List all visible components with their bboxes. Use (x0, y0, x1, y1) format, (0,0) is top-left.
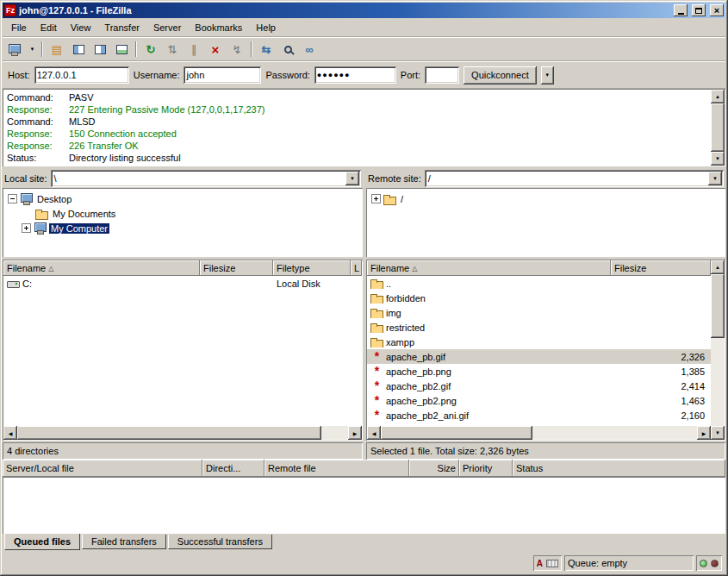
remote-vertical-scrollbar[interactable]: ▲ ▼ (711, 260, 725, 440)
quickconnect-button[interactable]: Quickconnect (464, 66, 537, 85)
indicator-panel: A (533, 555, 562, 571)
close-button[interactable]: × (710, 4, 724, 16)
file-row[interactable]: forbidden (367, 291, 711, 305)
menu-server[interactable]: Server (146, 19, 188, 36)
pause-button[interactable]: ∥ (184, 40, 204, 59)
tab-failed-transfers[interactable]: Failed transfers (82, 535, 166, 549)
scroll-down-button[interactable]: ▼ (711, 152, 725, 166)
directory-filter-button[interactable] (277, 40, 298, 59)
scroll-left-button[interactable]: ◀ (367, 426, 381, 440)
site-manager-dropdown-button[interactable]: ▼ (27, 40, 38, 59)
scroll-thumb[interactable] (711, 274, 725, 338)
sort-ascending-icon: △ (412, 265, 417, 272)
menubar: File Edit View Transfer Server Bookmarks… (3, 18, 725, 37)
column-header-filename[interactable]: Filename△ (3, 260, 200, 276)
file-row-selected[interactable]: *apache_pb.gif2,326 (367, 349, 711, 364)
column-header-status[interactable]: Status (513, 460, 725, 477)
minimize-button[interactable] (674, 4, 688, 16)
column-header-filesize[interactable]: Filesize (200, 260, 273, 276)
remote-tree: / (366, 188, 725, 257)
column-header-remote-file[interactable]: Remote file (264, 460, 409, 477)
toolbar-separator (41, 41, 43, 57)
file-row[interactable]: *apache_pb2_ani.gif2,160 (367, 408, 711, 423)
column-header-priority[interactable]: Priority (459, 460, 513, 477)
log-line: Response:226 Transfer OK (7, 140, 711, 152)
file-row[interactable]: *apache_pb2.png1,463 (367, 393, 711, 408)
binoculars-icon: ∞ (305, 43, 313, 56)
tree-item-my-documents[interactable]: My Documents (4, 206, 363, 221)
quickconnect-dropdown-button[interactable]: ▼ (541, 66, 554, 85)
scroll-right-button[interactable]: ▶ (697, 426, 711, 440)
file-row[interactable]: img (367, 305, 711, 320)
file-row-c-drive[interactable]: C: Local Disk (3, 276, 362, 291)
find-files-button[interactable]: ∞ (299, 40, 320, 59)
scroll-up-button[interactable]: ▲ (711, 260, 725, 274)
file-row[interactable]: restricted (367, 320, 711, 335)
username-label: Username: (134, 70, 180, 80)
file-row[interactable]: xampp (367, 335, 711, 349)
menu-file[interactable]: File (4, 19, 34, 36)
scroll-right-button[interactable]: ▶ (348, 426, 362, 440)
scroll-thumb[interactable] (17, 426, 321, 440)
port-input[interactable] (425, 66, 459, 84)
file-row[interactable]: *apache_pb2.gif2,414 (367, 379, 711, 393)
menu-transfer[interactable]: Transfer (97, 19, 146, 36)
process-queue-button[interactable]: ⇅ (162, 40, 183, 59)
menu-edit[interactable]: Edit (34, 19, 64, 36)
menu-bookmarks[interactable]: Bookmarks (188, 19, 249, 36)
tree-item-root[interactable]: / (368, 191, 725, 206)
scroll-up-button[interactable]: ▲ (711, 90, 725, 103)
host-input[interactable] (34, 66, 129, 84)
cancel-button[interactable]: × (205, 40, 226, 59)
file-row[interactable]: .. (367, 276, 711, 291)
column-header-server-local-file[interactable]: Server/Local file (3, 460, 202, 477)
disconnect-button[interactable]: ↯ (227, 40, 247, 59)
log-scrollbar[interactable]: ▲ ▼ (711, 90, 725, 166)
local-horizontal-scrollbar[interactable]: ◀ ▶ (3, 426, 362, 440)
column-header-filename[interactable]: Filename△ (367, 260, 611, 276)
scroll-down-button[interactable]: ▼ (711, 426, 725, 440)
expand-icon[interactable] (371, 194, 381, 203)
compare-directories-button[interactable]: ⇆ (256, 40, 277, 59)
combo-dropdown-button[interactable]: ▼ (708, 172, 722, 185)
scroll-thumb[interactable] (711, 103, 725, 152)
toggle-local-tree-button[interactable] (68, 40, 89, 59)
close-icon: × (714, 6, 719, 16)
column-header-direction[interactable]: Directi... (202, 460, 264, 477)
tree-item-my-computer[interactable]: My Computer (4, 221, 363, 235)
expand-icon[interactable] (22, 223, 31, 233)
toggle-remote-tree-button[interactable] (90, 40, 110, 59)
led-panel (696, 555, 722, 571)
combo-dropdown-button[interactable]: ▼ (345, 172, 359, 185)
column-header-size[interactable]: Size (409, 460, 459, 477)
scroll-left-button[interactable]: ◀ (3, 426, 17, 440)
column-header-filetype[interactable]: Filetype (273, 260, 351, 276)
toggle-queue-button[interactable] (111, 40, 132, 59)
toolbar: ▼ ▤ ↻ ⇅ ∥ × ↯ ⇆ ∞ (3, 37, 725, 61)
site-manager-button[interactable] (5, 40, 26, 59)
menu-view[interactable]: View (64, 19, 98, 36)
username-input[interactable] (184, 66, 261, 84)
drive-icon (7, 278, 20, 289)
remote-site-combo[interactable]: / ▼ (425, 170, 724, 187)
column-header-filesize[interactable]: Filesize (611, 260, 711, 276)
column-header-truncated[interactable]: L (351, 260, 362, 276)
menu-help[interactable]: Help (249, 19, 283, 36)
filezilla-window: Fz john@127.0.0.1 - FileZilla × File Edi… (0, 0, 728, 576)
tree-item-desktop[interactable]: Desktop (4, 191, 363, 206)
toggle-message-log-button[interactable]: ▤ (47, 40, 67, 59)
scroll-thumb[interactable] (381, 426, 532, 440)
site-manager-icon (8, 44, 21, 55)
titlebar[interactable]: Fz john@127.0.0.1 - FileZilla × (3, 3, 725, 18)
refresh-button[interactable]: ↻ (140, 40, 161, 59)
remote-horizontal-scrollbar[interactable]: ◀ ▶ (367, 426, 711, 440)
collapse-icon[interactable] (8, 194, 17, 203)
file-row[interactable]: *apache_pb.png1,385 (367, 364, 711, 379)
tab-successful-transfers[interactable]: Successful transfers (168, 535, 272, 549)
quickconnect-bar: Host: Username: Password: Port: Quickcon… (3, 61, 725, 89)
local-file-list: Filename△ Filesize Filetype L C: Local D… (3, 260, 363, 441)
local-site-combo[interactable]: \ ▼ (51, 170, 361, 187)
password-input[interactable] (314, 66, 396, 84)
maximize-button[interactable] (692, 4, 706, 16)
tab-queued-files[interactable]: Queued files (4, 534, 80, 550)
